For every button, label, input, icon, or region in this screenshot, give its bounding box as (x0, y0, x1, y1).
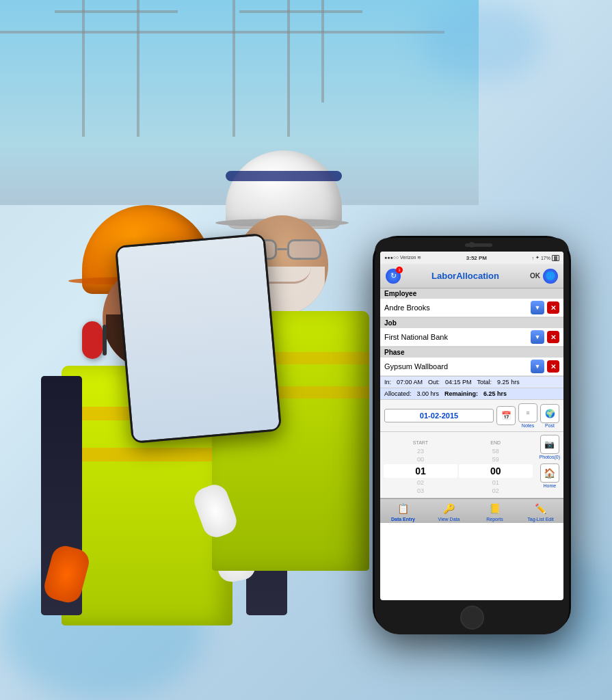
end-row-2: 59 (458, 455, 533, 463)
notes-icon[interactable]: ≡ (518, 403, 537, 422)
tab-view-data-label: View Data (438, 517, 460, 522)
scaffold-pipe (0, 31, 444, 33)
photos-icon-area: 📷 Photos(0) (540, 435, 560, 459)
post-icon[interactable]: 🌍 (540, 404, 559, 423)
notes-lines: ≡ (526, 409, 529, 416)
tablet-content (117, 235, 280, 442)
helmet-stripe (226, 171, 342, 181)
app-header: ↻ 3 LaborAllocation OK 🌐 (380, 264, 563, 288)
tab-reports[interactable]: 📒 Reports (472, 501, 518, 522)
start-row-1: 23 (383, 447, 458, 455)
ok-button[interactable]: OK (530, 272, 540, 280)
allocated-info: Allocated: 3.00 hrs Remaining: 6.25 hrs (380, 388, 563, 400)
time-row-selected[interactable]: 01 00 (383, 463, 533, 479)
phone-bottom (375, 600, 569, 634)
notes-icon-area: ≡ Notes (518, 403, 537, 428)
tab-view-data[interactable]: 🔑 View Data (426, 501, 472, 522)
water-element (421, 0, 544, 82)
job-dropdown[interactable]: ▼ (531, 330, 544, 344)
allocated-label: Allocated: (384, 390, 412, 397)
scaffold-pipe (55, 10, 178, 13)
job-value: First National Bank (384, 333, 531, 341)
battery-icon: ▓ (552, 255, 559, 261)
photos-label: Photos(0) (540, 455, 560, 459)
sync-symbol: ↻ (390, 271, 397, 280)
ear-muff-left (82, 321, 103, 359)
app-title: LaborAllocation (431, 271, 499, 281)
bottom-tab-bar: 📋 Data Entry 🔑 View Data 📒 Reports ✏️ Ta… (380, 498, 563, 523)
phase-label: Phase (380, 347, 563, 358)
phone-device: ●●●○○ Verizon ≋ 3:52 PM ↑ ✦ 17% ▓ ↻ 3 (373, 236, 571, 632)
bluetooth-icon: ✦ (535, 255, 540, 260)
end-selected: 00 (459, 464, 533, 478)
phone-home-button[interactable] (460, 606, 484, 630)
end-row-1: 58 (458, 447, 533, 455)
scaffold-pipe (82, 0, 85, 137)
start-selected: 01 (384, 464, 457, 478)
phase-value: Gypsum Wallboard (384, 362, 531, 371)
scaffold-pipe (321, 0, 324, 103)
tab-data-entry-label: Data Entry (391, 517, 415, 522)
globe-symbol: 🌐 (546, 271, 555, 280)
employee-row[interactable]: Andre Brooks ▼ ✕ (380, 299, 563, 317)
start-row-4: 02 (383, 479, 458, 487)
photos-icon[interactable]: 📷 (540, 435, 559, 454)
end-row-4: 01 (458, 479, 533, 487)
view-data-icon: 🔑 (441, 501, 457, 516)
globe-icon[interactable]: 🌐 (543, 269, 558, 284)
job-row[interactable]: First National Bank ▼ ✕ (380, 328, 563, 347)
calendar-icon-area: 📅 (496, 406, 516, 425)
notes-label: Notes (522, 423, 534, 428)
carrier-text: ●●●○○ Verizon ≋ (384, 255, 421, 260)
phone-screen: ●●●○○ Verizon ≋ 3:52 PM ↑ ✦ 17% ▓ ↻ 3 (380, 252, 563, 600)
phase-clear[interactable]: ✕ (547, 360, 559, 373)
job-label: Job (380, 318, 563, 328)
in-value: 07:00 AM (397, 379, 423, 386)
remaining-label: Remaining: (444, 390, 478, 397)
reports-icon: 📒 (487, 501, 503, 516)
employee-value: Andre Brooks (384, 304, 531, 312)
allocated-value: 3.00 hrs (417, 390, 440, 397)
employee-section: Employee Andre Brooks ▼ ✕ (380, 288, 563, 318)
end-header-label: END (490, 440, 501, 445)
start-row-2: 00 (383, 455, 458, 463)
end-header: END (458, 435, 533, 447)
home-label: Home (543, 483, 556, 488)
scaffold-pipe (287, 0, 290, 137)
sync-icon[interactable]: ↻ 3 (386, 269, 401, 284)
date-display[interactable]: 01-02-2015 (384, 409, 494, 422)
out-value: 04:15 PM (445, 379, 472, 386)
home-icon-area: 🏠 Home (540, 463, 559, 488)
time-row-4: 02 01 (383, 479, 533, 487)
status-right: ↑ ✦ 17% ▓ (531, 255, 559, 261)
time-picker-section: START END 23 58 00 59 (380, 432, 563, 498)
home-icon[interactable]: 🏠 (540, 463, 559, 483)
employee-clear[interactable]: ✕ (547, 301, 559, 314)
sync-badge: 3 (396, 267, 403, 273)
side-icons: 📷 Photos(0) 🏠 Home (536, 432, 563, 498)
tab-tag-list-edit[interactable]: ✏️ Tag-List Edit (518, 501, 563, 522)
phase-dropdown[interactable]: ▼ (531, 360, 544, 373)
job-clear[interactable]: ✕ (547, 331, 559, 343)
time-header-row: START END (383, 435, 533, 447)
scaffold-pipe (232, 0, 235, 137)
employee-dropdown[interactable]: ▼ (531, 301, 544, 314)
status-bar: ●●●○○ Verizon ≋ 3:52 PM ↑ ✦ 17% ▓ (380, 252, 563, 264)
phase-row[interactable]: Gypsum Wallboard ▼ ✕ (380, 358, 563, 376)
start-header: START (383, 435, 458, 447)
time-columns: START END 23 58 00 59 (380, 432, 536, 498)
tab-tag-list-label: Tag-List Edit (527, 517, 554, 522)
status-time: 3:52 PM (466, 255, 487, 261)
scaffold-pipe (239, 10, 362, 13)
time-row-5: 03 02 (383, 487, 533, 495)
end-row-5: 02 (458, 487, 533, 495)
ear-muff-band (103, 325, 107, 355)
post-icon-area: 🌍 Post (540, 404, 559, 428)
calendar-icon[interactable]: 📅 (496, 406, 516, 425)
time-row-2: 00 59 (383, 455, 533, 463)
remaining-value: 6.25 hrs (483, 390, 507, 397)
tablet-screen (117, 235, 280, 442)
tab-data-entry[interactable]: 📋 Data Entry (380, 501, 426, 522)
start-row-5: 03 (383, 487, 458, 495)
data-entry-icon: 📋 (395, 501, 412, 516)
